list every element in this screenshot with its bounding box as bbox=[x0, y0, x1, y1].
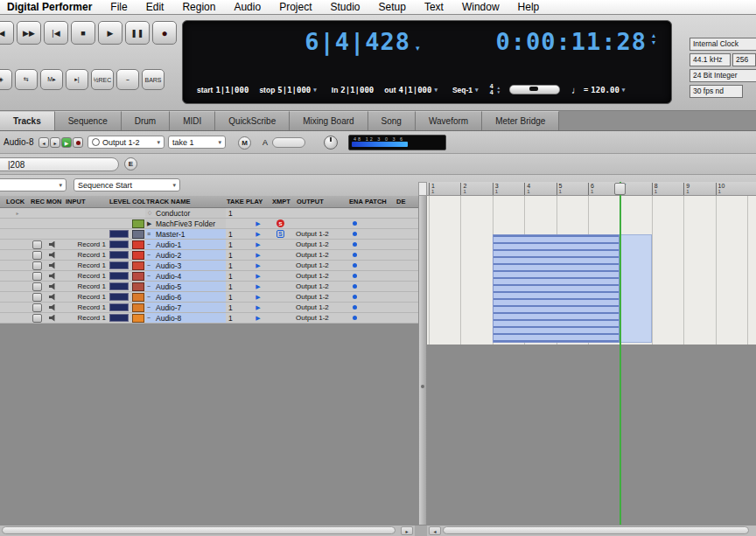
lock-cell[interactable] bbox=[5, 250, 30, 260]
track-row-audio-3[interactable]: Record 1~Audio-31▶Output 1-2 bbox=[0, 261, 418, 271]
solo-exempt-cell[interactable]: S bbox=[271, 229, 296, 239]
edit-button[interactable]: E bbox=[124, 157, 137, 171]
menu-item-edit[interactable]: Edit bbox=[146, 1, 164, 13]
monitor-speaker-icon[interactable] bbox=[49, 273, 57, 280]
patch-cell[interactable] bbox=[364, 240, 396, 249]
input-cell[interactable]: Record 1 bbox=[65, 271, 108, 281]
panel-splitter[interactable] bbox=[418, 196, 427, 525]
transport-fast-forward-button[interactable]: ▶▶ bbox=[17, 21, 41, 45]
transport-overdub-button[interactable]: ◈ bbox=[0, 69, 12, 90]
transport-punch-in-button[interactable]: ▸| bbox=[66, 69, 88, 90]
monitor-speaker-icon[interactable] bbox=[49, 294, 57, 301]
output-cell[interactable]: Output 1-2 bbox=[296, 229, 348, 239]
transport-slur-button[interactable]: ⌣ bbox=[116, 69, 139, 90]
output-cell[interactable]: Output 1-2 bbox=[296, 271, 348, 281]
output-cell[interactable]: Output 1-2 bbox=[296, 313, 348, 323]
enable-dot-icon[interactable] bbox=[353, 274, 357, 278]
enable-dot-icon[interactable] bbox=[353, 242, 357, 247]
enable-cell[interactable] bbox=[348, 229, 364, 239]
play-enable-cell[interactable]: ▶ bbox=[245, 271, 271, 281]
monitor-speaker-icon[interactable] bbox=[49, 283, 57, 290]
take-cell[interactable]: 1 bbox=[226, 282, 245, 291]
track-color-chip[interactable] bbox=[132, 293, 144, 302]
tempo-slider-thumb[interactable] bbox=[529, 87, 538, 91]
play-enable-cell[interactable]: ▶ bbox=[245, 303, 271, 312]
track-color-chip[interactable] bbox=[132, 303, 144, 312]
track-name-cell[interactable]: ♢Conductor bbox=[145, 208, 226, 218]
default-cell[interactable] bbox=[396, 261, 418, 270]
color-cell[interactable] bbox=[131, 229, 145, 239]
timeline-ruler[interactable]: 112131415161718191101 bbox=[427, 182, 756, 196]
record-enable-button[interactable] bbox=[32, 240, 42, 249]
rec-cell[interactable] bbox=[30, 208, 46, 218]
output-cell[interactable]: Output 1-2 bbox=[296, 303, 348, 312]
enable-cell[interactable] bbox=[348, 292, 364, 302]
sample-rate-box[interactable]: 44.1 kHz bbox=[690, 53, 731, 66]
bars-beats-counter[interactable]: 6|4|428 bbox=[200, 28, 410, 55]
patch-cell[interactable] bbox=[364, 292, 396, 302]
start-value[interactable]: 1|1|000 bbox=[215, 86, 248, 94]
menu-item-setup[interactable]: Setup bbox=[379, 1, 406, 13]
play-enable-cell[interactable]: ▶ bbox=[245, 292, 271, 302]
record-enable-button[interactable] bbox=[32, 293, 42, 302]
rec-cell[interactable] bbox=[30, 282, 46, 291]
track-name-cell[interactable]: ~Audio-4 bbox=[145, 271, 226, 281]
tab-midi[interactable]: MIDI bbox=[170, 111, 215, 130]
app-menu[interactable]: Digital Performer bbox=[7, 1, 92, 13]
position-field[interactable]: |208 bbox=[0, 157, 119, 171]
output-cell[interactable]: Output 1-2 bbox=[296, 250, 348, 260]
color-cell[interactable] bbox=[131, 208, 145, 218]
menu-item-text[interactable]: Text bbox=[424, 1, 444, 13]
play-enable-cell[interactable] bbox=[245, 208, 271, 218]
rec-cell[interactable] bbox=[30, 250, 46, 260]
enable-cell[interactable] bbox=[348, 208, 364, 218]
rec-cell[interactable] bbox=[30, 229, 46, 239]
play-enable-cell[interactable]: ▶ bbox=[245, 240, 271, 249]
ruler-measure-2[interactable]: 21 bbox=[460, 183, 466, 195]
timecode-spinner[interactable]: ▴ ▾ bbox=[652, 32, 655, 46]
ruler-measure-5[interactable]: 51 bbox=[556, 183, 563, 195]
output-cell[interactable]: Output 1-2 bbox=[296, 282, 348, 291]
rec-cell[interactable] bbox=[30, 240, 46, 249]
transport-play-button[interactable]: ▶ bbox=[98, 21, 122, 45]
buffer-size-box[interactable]: 256 bbox=[732, 53, 756, 66]
ruler-measure-6[interactable]: 61 bbox=[588, 183, 594, 195]
track-name-cell[interactable]: ~Audio-7 bbox=[145, 303, 226, 312]
play-enable-cell[interactable]: ▶ bbox=[245, 313, 271, 323]
ruler-measure-3[interactable]: 31 bbox=[493, 183, 499, 195]
rec-cell[interactable] bbox=[30, 292, 46, 302]
patch-cell[interactable] bbox=[364, 219, 396, 228]
record-enable-button[interactable] bbox=[32, 282, 42, 291]
color-cell[interactable] bbox=[131, 313, 145, 323]
solo-exempt-cell[interactable] bbox=[271, 303, 296, 312]
transport-record-button[interactable]: ● bbox=[152, 21, 177, 45]
monitor-speaker-icon[interactable] bbox=[49, 262, 57, 269]
time-signature[interactable]: 4 4 bbox=[490, 84, 494, 95]
timecode-down-icon[interactable]: ▾ bbox=[652, 39, 655, 46]
track-lanes[interactable] bbox=[427, 196, 756, 345]
stop-value[interactable]: 5|1|000 bbox=[277, 86, 311, 94]
record-enable-button[interactable] bbox=[32, 272, 42, 281]
mon-cell[interactable] bbox=[46, 240, 65, 249]
transport-bars-button[interactable]: BARS bbox=[142, 69, 164, 90]
track-row-audio-7[interactable]: Record 1~Audio-71▶Output 1-2 bbox=[0, 303, 418, 313]
take-cell[interactable] bbox=[226, 219, 245, 228]
in-value[interactable]: 2|1|000 bbox=[340, 86, 374, 94]
track-name-cell[interactable]: ▶MachFive3 Folder bbox=[145, 219, 226, 228]
patch-cell[interactable] bbox=[364, 229, 396, 239]
counter-dropdown-icon[interactable]: ▾ bbox=[416, 44, 420, 52]
rec-cell[interactable] bbox=[30, 261, 46, 270]
enable-cell[interactable] bbox=[348, 219, 364, 228]
enable-dot-icon[interactable] bbox=[353, 253, 357, 257]
tab-tracks[interactable]: Tracks bbox=[0, 111, 55, 130]
lock-cell[interactable]: ▸ bbox=[5, 208, 30, 218]
clock-source-box[interactable]: Internal Clock bbox=[690, 38, 756, 51]
enable-dot-icon[interactable] bbox=[353, 295, 357, 299]
solo-exempt-cell[interactable] bbox=[271, 292, 296, 302]
transport-half-speed-record-button[interactable]: ½REC bbox=[91, 69, 114, 90]
input-cell[interactable]: Record 1 bbox=[65, 282, 108, 291]
input-cell[interactable]: Record 1 bbox=[65, 250, 108, 260]
mon-cell[interactable] bbox=[46, 313, 65, 323]
mon-cell[interactable] bbox=[46, 271, 65, 281]
track-color-chip[interactable] bbox=[132, 261, 144, 270]
